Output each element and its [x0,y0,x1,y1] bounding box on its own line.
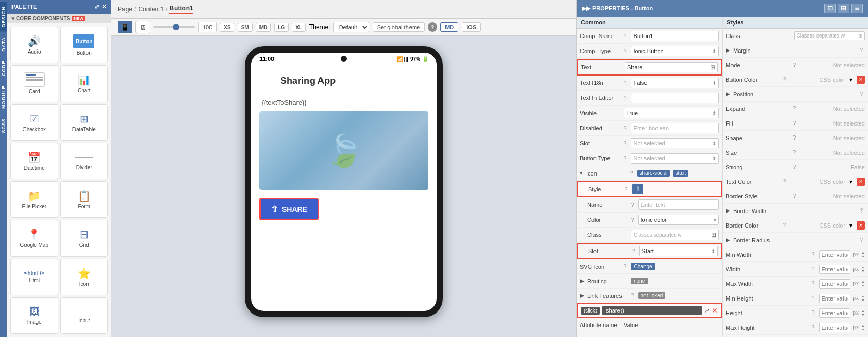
min-height-input[interactable] [819,294,850,303]
height-help[interactable]: ? [812,310,815,316]
border-width-expand[interactable]: ▶ [726,207,730,214]
palette-expand-icon[interactable]: ⤢ [94,3,100,10]
breakpoint-xl[interactable]: XL [292,23,306,32]
slot-help[interactable]: ? [624,141,627,146]
text-i18n-arrow[interactable]: ⬍ [712,80,716,86]
icon-name-value[interactable]: Enter text [638,199,719,210]
tab-data[interactable]: DATA [0,33,7,56]
comp-type-arrow[interactable]: ⬍ [712,48,716,54]
routing-expand[interactable]: ▶ [580,278,584,284]
icon-class-value[interactable]: Classes separated w ⊞ [631,230,719,240]
position-help[interactable]: ? [860,91,863,97]
min-height-stepper[interactable]: ▲▼ [861,294,865,303]
zoom-slider[interactable] [153,26,195,28]
text-color-arrow[interactable]: ▾ [849,178,852,185]
breadcrumb-page[interactable]: Page [118,6,132,13]
click-close-icon[interactable]: ✕ [712,306,718,315]
border-color-x-btn[interactable]: ✕ [857,221,865,230]
palette-item-chart[interactable]: 📊 Chart [60,65,108,102]
palette-item-audio[interactable]: 🔊 Audio [10,27,58,63]
expand-icon[interactable]: ▾ [11,16,14,21]
visible-arrow[interactable]: ⬍ [712,110,716,116]
breakpoint-md[interactable]: MD [256,23,271,32]
svg-icon-change-btn[interactable]: Change [631,263,655,270]
disabled-value[interactable]: Enter boolean [631,123,719,133]
position-expand[interactable]: ▶ [726,91,730,97]
min-width-help[interactable]: ? [812,252,815,257]
help-btn[interactable]: ? [428,22,437,32]
palette-item-input[interactable]: Input [60,297,108,334]
text-value[interactable]: Share ⊞ [625,62,718,72]
breakpoint-lg[interactable]: LG [274,23,289,32]
button-color-x-btn[interactable]: ✕ [857,76,865,84]
text-in-editor-help[interactable]: ? [624,95,627,101]
properties-view-1-btn[interactable]: ⊡ [824,4,836,13]
mobile-view-btn[interactable]: 📱 [118,21,132,33]
min-width-stepper[interactable]: ▲▼ [861,251,865,259]
border-radius-expand[interactable]: ▶ [726,236,730,243]
mode-help[interactable]: ? [793,62,796,68]
button-color-arrow[interactable]: ▾ [849,76,852,83]
zoom-value-btn[interactable]: 100 [198,22,217,32]
icon-color-arrow[interactable]: ▾ [714,217,716,223]
properties-view-3-btn[interactable]: ≡ [851,4,863,13]
height-stepper[interactable]: ▲▼ [861,309,865,317]
comp-name-value[interactable]: Button1 [631,31,719,41]
palette-item-checkbox[interactable]: ☑ Checkbox [10,104,58,141]
icon-expand[interactable]: ▾ [580,170,583,177]
style-class-value[interactable]: Classes separated w ⊞ [794,31,865,40]
text-i18n-help[interactable]: ? [624,80,627,86]
tab-scss[interactable]: SCSS [0,114,7,138]
min-height-help[interactable]: ? [812,295,815,301]
max-height-help[interactable]: ? [812,324,815,330]
button-type-help[interactable]: ? [624,156,627,161]
ios-btn[interactable]: IOS [462,22,481,32]
md-btn[interactable]: MD [440,22,458,32]
button-type-arrow[interactable]: ⬍ [712,156,716,161]
text-color-help[interactable]: ? [783,179,786,184]
shape-help[interactable]: ? [793,135,796,141]
text-in-editor-value[interactable] [631,93,719,103]
text-color-x-btn[interactable]: ✕ [857,178,865,186]
border-radius-help[interactable]: ? [860,237,863,243]
size-help[interactable]: ? [793,149,796,155]
border-width-help[interactable]: ? [860,208,863,214]
tab-design[interactable]: DESIGN [0,2,7,32]
style-icon-box[interactable]: ⇧ [632,184,643,194]
properties-view-2-btn[interactable]: ⊞ [838,4,849,13]
expand-help[interactable]: ? [793,106,796,111]
disabled-help[interactable]: ? [624,126,627,131]
max-width-stepper[interactable]: ▲▼ [861,280,865,288]
border-color-arrow[interactable]: ▾ [849,222,852,229]
icon-slot-arrow[interactable]: ⬍ [711,248,715,254]
border-style-help[interactable]: ? [793,193,796,199]
link-features-help[interactable]: ? [631,293,634,298]
palette-item-html[interactable]: <html /> Html [10,259,58,295]
margin-expand[interactable]: ▶ [726,47,730,54]
max-width-input[interactable] [819,279,850,289]
fill-help[interactable]: ? [793,120,796,126]
theme-select[interactable]: Default [333,22,369,32]
tab-code[interactable]: CODE [0,56,7,80]
height-input[interactable] [819,308,850,318]
svg-icon-help[interactable]: ? [624,264,627,269]
breakpoint-xs[interactable]: XS [220,23,234,32]
comp-name-help[interactable]: ? [624,33,627,39]
icon-color-help[interactable]: ? [631,217,634,223]
width-input[interactable] [819,265,850,274]
max-height-input[interactable] [819,323,850,332]
palette-item-divider[interactable]: Divider [60,143,108,179]
palette-item-googlemap[interactable]: 📍 Google Map [10,220,58,256]
share-button[interactable]: ⇧ SHARE [259,198,319,220]
set-global-theme-btn[interactable]: Set global theme [373,22,425,32]
style-class-icon[interactable]: ⊞ [858,33,862,39]
palette-item-datatable[interactable]: ⊞ DataTable [60,104,108,141]
palette-item-image[interactable]: 🖼 Image [10,297,58,334]
breakpoint-sm[interactable]: SM [238,23,253,32]
comp-type-help[interactable]: ? [624,48,627,54]
border-color-help[interactable]: ? [783,222,786,228]
zoom-slider-thumb[interactable] [173,24,179,30]
icon-name-help[interactable]: ? [631,202,634,208]
palette-close-icon[interactable]: ✕ [102,3,107,10]
click-value[interactable]: share() [602,306,702,315]
